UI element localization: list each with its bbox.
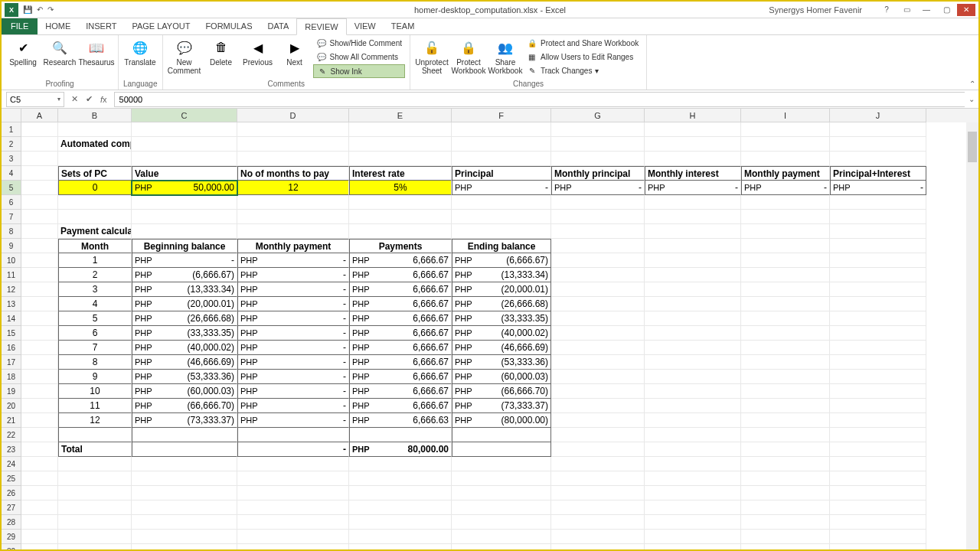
- cell-D8[interactable]: [237, 224, 349, 239]
- cell-F16[interactable]: PHP(46,666.69): [452, 341, 551, 355]
- cell-D21[interactable]: PHP-: [237, 413, 349, 428]
- cell-J19[interactable]: [830, 384, 926, 399]
- cell-A8[interactable]: [21, 224, 58, 239]
- cell-D25[interactable]: [237, 471, 349, 486]
- row-header-28[interactable]: 28: [2, 515, 21, 530]
- cell-E1[interactable]: [349, 122, 452, 137]
- cell-I7[interactable]: [741, 210, 830, 224]
- share-workbook-button[interactable]: 👥Share Workbook: [488, 37, 522, 77]
- cell-H21[interactable]: [645, 413, 741, 428]
- cell-B18[interactable]: 9: [58, 370, 132, 384]
- cell-I2[interactable]: [741, 137, 830, 152]
- cell-E13[interactable]: PHP6,666.67: [349, 297, 452, 311]
- cell-H25[interactable]: [645, 471, 741, 486]
- tab-home[interactable]: HOME: [38, 18, 78, 34]
- row-header-16[interactable]: 16: [2, 341, 21, 355]
- cell-J12[interactable]: [830, 282, 926, 297]
- cell-C13[interactable]: PHP(20,000.01): [132, 297, 237, 311]
- col-J[interactable]: J: [830, 109, 926, 122]
- cell-G29[interactable]: [551, 530, 645, 544]
- row-header-1[interactable]: 1: [2, 122, 21, 137]
- cell-J14[interactable]: [830, 311, 926, 326]
- cell-D3[interactable]: [237, 152, 349, 166]
- tab-insert[interactable]: INSERT: [78, 18, 124, 34]
- help-button[interactable]: ?: [877, 4, 896, 16]
- tab-team[interactable]: Team: [384, 18, 423, 34]
- cell-J10[interactable]: [830, 253, 926, 268]
- cell-D6[interactable]: [237, 195, 349, 210]
- cell-G4[interactable]: Monthly principal: [551, 166, 645, 181]
- delete-comment-button[interactable]: 🗑Delete: [204, 37, 238, 78]
- cell-I16[interactable]: [741, 341, 830, 355]
- cell-D15[interactable]: PHP-: [237, 326, 349, 341]
- cell-B17[interactable]: 8: [58, 355, 132, 370]
- cell-C29[interactable]: [132, 530, 237, 544]
- cell-B9[interactable]: Month: [58, 239, 132, 253]
- cell-I14[interactable]: [741, 311, 830, 326]
- cell-C12[interactable]: PHP(13,333.34): [132, 282, 237, 297]
- cell-H16[interactable]: [645, 341, 741, 355]
- row-header-27[interactable]: 27: [2, 500, 21, 515]
- cell-F29[interactable]: [452, 530, 551, 544]
- cell-G30[interactable]: [551, 544, 645, 549]
- cell-B15[interactable]: 6: [58, 326, 132, 341]
- cell-E5[interactable]: 5%: [349, 181, 452, 195]
- cell-G6[interactable]: [551, 195, 645, 210]
- cell-H7[interactable]: [645, 210, 741, 224]
- cell-D23[interactable]: -: [237, 442, 349, 457]
- cell-A9[interactable]: [21, 239, 58, 253]
- cell-E4[interactable]: Interest rate: [349, 166, 452, 181]
- row-header-14[interactable]: 14: [2, 311, 21, 326]
- cell-I13[interactable]: [741, 297, 830, 311]
- name-box[interactable]: C5▾: [6, 92, 64, 107]
- cell-H24[interactable]: [645, 457, 741, 471]
- cell-H15[interactable]: [645, 326, 741, 341]
- track-changes-button[interactable]: ✎Track Changes ▾: [524, 64, 642, 77]
- cell-G2[interactable]: [551, 137, 645, 152]
- cell-G26[interactable]: [551, 486, 645, 500]
- cell-J20[interactable]: [830, 399, 926, 413]
- cell-F18[interactable]: PHP(60,000.03): [452, 370, 551, 384]
- cell-J28[interactable]: [830, 515, 926, 530]
- collapse-ribbon-button[interactable]: ⌃: [969, 80, 975, 88]
- cell-J16[interactable]: [830, 341, 926, 355]
- cell-E25[interactable]: [349, 471, 452, 486]
- ribbon-options-button[interactable]: ▭: [897, 4, 916, 16]
- cell-C15[interactable]: PHP(33,333.35): [132, 326, 237, 341]
- cell-E20[interactable]: PHP6,666.67: [349, 399, 452, 413]
- cell-H2[interactable]: [645, 137, 741, 152]
- cell-D1[interactable]: [237, 122, 349, 137]
- cell-E12[interactable]: PHP6,666.67: [349, 282, 452, 297]
- cell-E19[interactable]: PHP6,666.67: [349, 384, 452, 399]
- tab-formulas[interactable]: FORMULAS: [198, 18, 260, 34]
- cell-D5[interactable]: 12: [237, 181, 349, 195]
- undo-icon[interactable]: ↶: [37, 5, 43, 14]
- cell-E18[interactable]: PHP6,666.67: [349, 370, 452, 384]
- cell-H20[interactable]: [645, 399, 741, 413]
- cell-J5[interactable]: PHP-: [830, 181, 926, 195]
- cell-A25[interactable]: [21, 471, 58, 486]
- cell-D11[interactable]: PHP-: [237, 268, 349, 282]
- cell-D10[interactable]: PHP-: [237, 253, 349, 268]
- cell-D22[interactable]: [237, 428, 349, 442]
- cell-F13[interactable]: PHP(26,666.68): [452, 297, 551, 311]
- cell-G1[interactable]: [551, 122, 645, 137]
- protect-share-button[interactable]: 🔒Protect and Share Workbook: [524, 37, 642, 49]
- cell-E24[interactable]: [349, 457, 452, 471]
- cell-B16[interactable]: 7: [58, 341, 132, 355]
- cell-C10[interactable]: PHP-: [132, 253, 237, 268]
- cell-F30[interactable]: [452, 544, 551, 549]
- cell-I24[interactable]: [741, 457, 830, 471]
- cell-A12[interactable]: [21, 282, 58, 297]
- cell-D20[interactable]: PHP-: [237, 399, 349, 413]
- cell-E2[interactable]: [349, 137, 452, 152]
- cell-J27[interactable]: [830, 500, 926, 515]
- cell-J7[interactable]: [830, 210, 926, 224]
- cell-B29[interactable]: [58, 530, 132, 544]
- cell-F14[interactable]: PHP(33,333.35): [452, 311, 551, 326]
- cell-G17[interactable]: [551, 355, 645, 370]
- enter-formula-button[interactable]: ✔: [83, 94, 95, 104]
- cell-I1[interactable]: [741, 122, 830, 137]
- cell-A19[interactable]: [21, 384, 58, 399]
- cell-B5[interactable]: 0: [58, 181, 132, 195]
